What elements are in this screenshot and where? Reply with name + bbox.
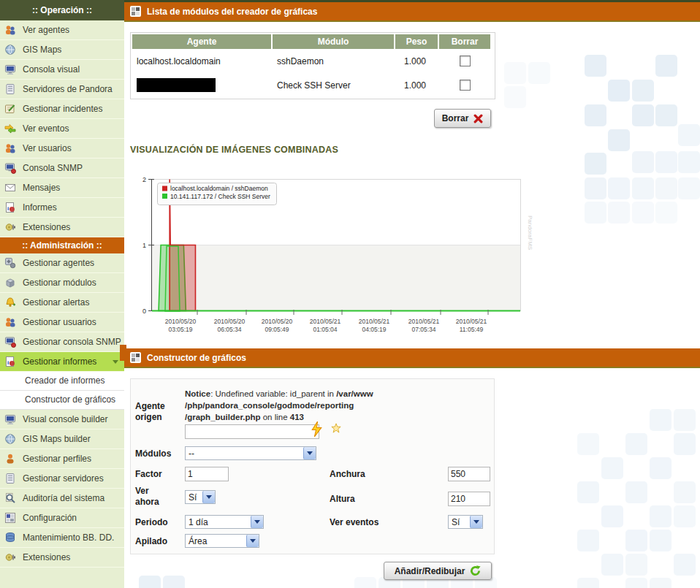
sidebar-item-label: Consola visual [23,64,123,75]
notice-text: on line [261,413,290,421]
cube-icon [4,277,16,289]
x-axis-tick-label: 2010/05/21 [310,318,341,325]
periodo-select[interactable]: 1 día [185,515,264,529]
users-icon [4,316,16,328]
sidebar-item-label: Visual console builder [23,414,123,425]
sidebar-item-label: Auditoría del sistema [23,493,123,504]
sidebar-item-gestionar-consola-snmp[interactable]: Gestionar consola SNMP [0,332,124,352]
sidebar-item-ver-agentes[interactable]: Ver agentes [0,20,124,40]
table-row: localhost.localdomainsshDaemon1.000 [132,49,493,72]
delete-cell [439,49,490,72]
periodo-label: Periodo [135,517,168,528]
sidebar-item-mantenimiento-bb-dd[interactable]: Mantenimiento BB. DD. [0,528,124,548]
sidebar-item-label: Consola SNMP [23,163,123,174]
add-redraw-button-label: Añadir/Redibujar [395,566,465,576]
star-icon[interactable] [331,423,341,433]
flash-icon[interactable] [311,421,323,437]
periodo-selected-value: 1 día [186,516,251,528]
ver-eventos-label: Ver eventos [330,517,378,528]
modulos-selected-value: -- [186,447,303,459]
monitor-icon [4,413,16,425]
x-axis-tick-label: 01:05:04 [313,326,337,333]
visualization-heading: VISUALIZACIÓN DE IMÁGENES COMBINADAS [130,145,338,155]
sidebar-item-label: Gestionar servidores [23,473,123,484]
module-cell: sshDaemon [273,49,394,72]
y-axis-tick-label: 1 [142,242,146,249]
apilado-label: Apilado [135,536,167,547]
anchura-input[interactable] [448,467,490,481]
x-axis-tick-label: 09:05:49 [265,326,289,333]
dropdown-arrow-icon [303,447,316,459]
sidebar-item-label: Configuración [23,513,123,524]
users-icon [4,142,16,154]
dropdown-arrow-icon [202,491,215,503]
chart-watermark: PandoraFMS [527,215,533,250]
sidebar-item-label: Extensiones [23,552,123,563]
apilado-selected-value: Área [186,535,246,547]
column-header-borrar: Borrar [439,34,490,49]
modulos-select[interactable]: -- [185,446,316,460]
apilado-select[interactable]: Área [185,534,259,548]
dropdown-arrow-icon [251,516,263,528]
snmp-icon [4,336,16,348]
globe-icon [4,44,16,56]
events-icon [4,123,16,134]
x-axis-tick-label: 11:05:49 [460,326,484,333]
sidebar-item-ver-eventos[interactable]: Ver eventos [0,119,124,139]
sidebar-item-gestionar-perfiles[interactable]: Gestionar perfiles [0,449,124,469]
notice-line-number: 413 [290,413,304,421]
sidebar-item-gestionar-incidentes[interactable]: Gestionar incidentes [0,99,124,119]
factor-input[interactable] [185,467,229,481]
sidebar-item-consola-visual[interactable]: Consola visual [0,60,124,80]
sidebar-item-auditoria-del-sistema[interactable]: Auditoría del sistema [0,489,124,508]
sidebar-item-label: Mantenimiento BB. DD. [23,532,123,543]
sidebar-item-gestionar-informes[interactable]: Gestionar informes [0,352,124,372]
sidebar-item-label: Informes [23,202,123,213]
add-redraw-button[interactable]: Añadir/Redibujar [384,562,492,580]
legend-entry: 10.141.117.172 / Check SSH Server [170,193,270,200]
legend-swatch [162,186,167,191]
sidebar-item-label: Gestionar agentes [23,258,123,269]
x-axis-tick-label: 03:05:19 [168,326,192,333]
weight-cell: 1.000 [395,72,438,97]
delete-checkbox[interactable] [460,80,471,91]
sidebar-item-mensajes[interactable]: Mensajes [0,178,124,198]
sidebar-item-extensiones[interactable]: Extensiones [0,218,124,237]
sidebar-item-gestionar-modulos[interactable]: Gestionar módulos [0,273,124,293]
sidebar-item-visual-console-builder[interactable]: Visual console builder [0,410,124,429]
anchura-label: Anchura [330,469,365,480]
sidebar-item-label: Ver eventos [23,123,123,134]
sidebar-item-gestionar-alertas[interactable]: Gestionar alertas [0,293,124,313]
sidebar-subitem-constructor-de-graficos[interactable]: Constructor de gráficos [0,391,124,410]
ver-ahora-select[interactable]: Sí [185,490,216,504]
notice-text: : Undefined variable: id_parent in [210,389,336,398]
sidebar-item-label: Ver usuarios [23,143,123,154]
delete-button[interactable]: Borrar [434,109,491,128]
altura-input[interactable] [448,492,490,506]
sidebar-item-gis-maps[interactable]: GIS Maps [0,40,124,60]
modulos-label: Módulos [135,448,171,459]
sidebar-item-label: Gestionar consola SNMP [23,337,123,348]
sidebar-item-gestionar-agentes[interactable]: Gestionar agentes [0,253,124,273]
sidebar-item-gis-maps-builder[interactable]: GIS Maps builder [0,429,124,449]
module-list-title: Lista de módulos del creador de gráficas [147,7,317,17]
delete-cell [439,72,490,97]
sidebar-item-extensiones[interactable]: Extensiones [0,548,124,568]
x-axis-tick-label: 04:05:19 [362,326,386,333]
sidebar-item-servidores-de-pandora[interactable]: Servidores de Pandora [0,80,124,99]
cog-icon [4,257,16,269]
sidebar-subitem-creador-de-informes[interactable]: Creador de informes [0,372,124,391]
notice-bold: Notice [185,389,210,398]
sidebar-item-informes[interactable]: Informes [0,198,124,218]
sidebar-item-configuracion[interactable]: Configuración [0,508,124,528]
person-icon [4,453,16,465]
agente-origen-input[interactable] [185,424,319,439]
sidebar-item-gestionar-usuarios[interactable]: Gestionar usuarios [0,313,124,332]
ver-eventos-select[interactable]: Sí [448,515,483,529]
snmp-icon [4,162,16,174]
sidebar-item-consola-snmp[interactable]: Consola SNMP [0,159,124,178]
sidebar-item-ver-usuarios[interactable]: Ver usuarios [0,139,124,159]
sidebar-item-gestionar-servidores[interactable]: Gestionar servidores [0,469,124,489]
sidebar-item-label: Gestionar módulos [23,278,123,289]
delete-checkbox[interactable] [460,56,471,66]
